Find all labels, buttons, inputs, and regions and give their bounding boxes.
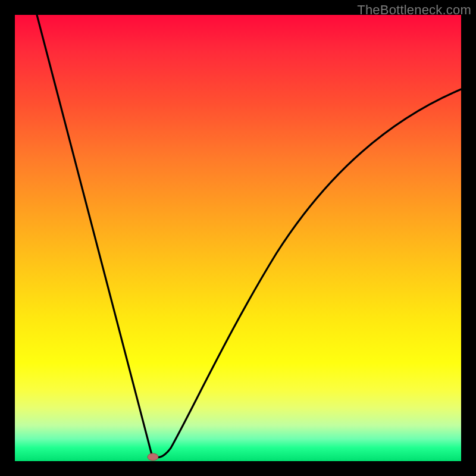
chart-frame: TheBottleneck.com [0, 0, 476, 476]
watermark-text: TheBottleneck.com [357, 2, 471, 18]
bottleneck-marker [148, 453, 158, 461]
bottleneck-curve [37, 15, 461, 458]
plot-area [15, 15, 461, 461]
curve-layer [15, 15, 461, 461]
